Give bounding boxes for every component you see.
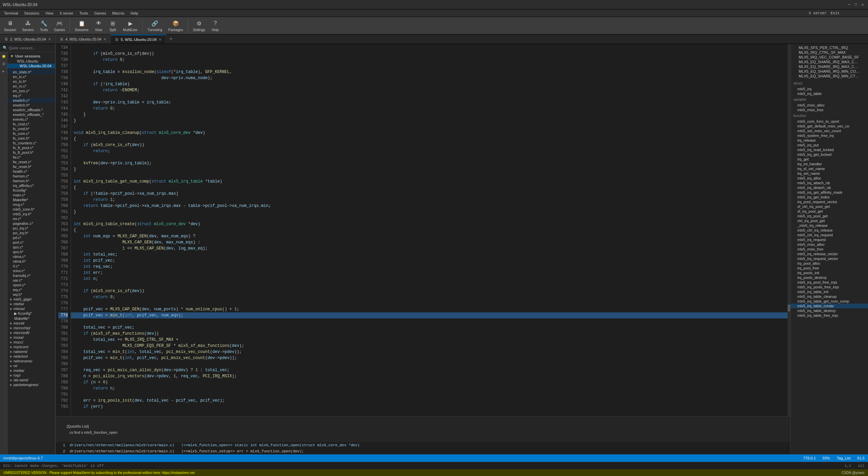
tag-fn-get-locked[interactable]: mlx5_irq_get_locked [791, 152, 868, 157]
menu-help[interactable]: Help [128, 10, 141, 16]
tab-4-close[interactable]: × [103, 37, 106, 42]
sidebar-item-qos-h[interactable]: qos.h* [7, 249, 55, 254]
tag-mlx5-sfs-per-ctrl[interactable]: MLX5_SFS_PER_CTRL_IRQ [793, 45, 865, 50]
tag-fn-irq-request[interactable]: mlx5_irq_request [791, 237, 868, 242]
sidebar-item-mlx5-core-h[interactable]: mlx5_core.h* [7, 207, 55, 212]
tag-fn-read-locked[interactable]: mlx5_irq_read_locked [791, 147, 868, 152]
sidebar-item-eq[interactable]: eq.c* [7, 93, 55, 98]
menu-tools[interactable]: Tools [77, 10, 91, 16]
menu-sessions[interactable]: Sessions [22, 10, 42, 16]
menu-games[interactable]: Games [92, 10, 109, 16]
quickfix-line-2[interactable]: 2 drivers/net/ethernet/mellanox/mlx5/cor… [56, 448, 790, 454]
tab-4-wsl[interactable]: 🖥 4. WSL-Ubuntu-20.04 × [55, 34, 111, 44]
star-icon[interactable]: ⭐ [1, 53, 7, 60]
sidebar-item-eswitch-h[interactable]: eswitch.h* [7, 103, 55, 108]
folder-nxp[interactable]: ▶ nxp/ [7, 373, 55, 378]
sidebar-item-port[interactable]: port.c* [7, 240, 55, 245]
folder-natsemi[interactable]: ▶ natsemi/ [7, 349, 55, 354]
toolbar-packages[interactable]: 📦 Packages [166, 19, 186, 32]
toolbar-sessions[interactable]: 📋 Sessions [72, 19, 91, 32]
sidebar-item-fs-core-h[interactable]: fs_core.h* [7, 136, 55, 141]
tag-mlx5-irq-vec-comp[interactable]: MLX5_IRQ_VEC_COMP_BASE_SF [793, 55, 865, 60]
minimize-button[interactable]: — [846, 2, 852, 7]
tag-fn-core-func-to-vport[interactable]: mlx5_core_func_to_vport [791, 119, 868, 124]
folder-mlxfw[interactable]: ▶ mlxfw/ [7, 302, 55, 306]
folder-moxa[interactable]: ▶ moxa/ [7, 335, 55, 340]
tag-mlx5-msix-alloc[interactable]: mlx5_msix_alloc [791, 103, 868, 108]
tag-fn-ctrl-irq-release[interactable]: mlx5_ctrl_irq_release [791, 228, 868, 233]
folder-oki-semi[interactable]: ▶ oki-semi/ [7, 378, 55, 382]
tag-fn-irq-pools-destroy[interactable]: irq_pools_destroy [791, 275, 868, 280]
add-tab-button[interactable]: + [166, 34, 176, 44]
maximize-button[interactable]: □ [853, 2, 859, 7]
tag-fn-irq-table-destroy[interactable]: mlx5_irq_table_destroy [791, 308, 868, 313]
tag-fn-ctrl-irq-request[interactable]: mlx5_ctrl_irq_request [791, 233, 868, 237]
tag-fn-mlx5-irq-alloc[interactable]: mlx5_irq_alloc [791, 176, 868, 181]
sidebar-item-vport[interactable]: vport.c* [7, 283, 55, 287]
sidebar-item-makefile2[interactable]: Makefile* [7, 316, 55, 321]
code-editor[interactable]: 734 735 736 737 738 739 740 741 742 743 … [56, 44, 790, 416]
tag-mlx5-irq[interactable]: mlx5_irq [791, 87, 868, 91]
tag-fn-get-affinity-mask[interactable]: mlx5_irq_get_affinity_mask [791, 190, 868, 195]
tag-fn-get-default-msix[interactable]: mlx5_get_default_msix_vec_co [791, 124, 868, 128]
tag-mlx5-eq-share-min-ctrl[interactable]: MLX5_EQ_SHARE_IRQ_MIN_CTRL [793, 74, 865, 78]
tag-fn-irq-request-vector[interactable]: mlx5_irq_request_vector [791, 256, 868, 261]
sidebar-item-mr[interactable]: mr.c* [7, 216, 55, 221]
exit-label[interactable]: Exit [831, 11, 840, 15]
sidebar-item-eswitch-offloads2[interactable]: eswitch_offloads_* [7, 112, 55, 117]
tag-fn-mlx5-irq-release[interactable]: _mlx5_irq_release [791, 223, 868, 228]
tag-fn-detach-nb[interactable]: mlx5_irq_detach_nb [791, 185, 868, 190]
sidebar-item-qos-c[interactable]: qos.c* [7, 245, 55, 249]
tab-5-wsl[interactable]: 🖥 5. WSL-Ubuntu-20.04 × [111, 34, 166, 44]
sidebar-item-mcg[interactable]: mcg.c* [7, 202, 55, 207]
sidebar-item-rdma-c[interactable]: rdma.c* [7, 254, 55, 259]
computer-icon[interactable]: 🖥 [1, 61, 7, 67]
tag-fn-irq-pools-init[interactable]: irq_pools_init [791, 270, 868, 275]
tag-fn-irq-table-free-irqs[interactable]: mlx5_irq_table_free_irqs [791, 313, 868, 318]
sidebar-item-fs-ft-pool-h[interactable]: fs_ft_pool.h* [7, 150, 55, 155]
close-button[interactable]: ✕ [860, 2, 865, 7]
sidebar-item-fw-reset-c[interactable]: fw_reset.c* [7, 160, 55, 164]
sidebar-item-fw-c[interactable]: fw.c* [7, 155, 55, 160]
folder-microchip[interactable]: ▶ microchip/ [7, 326, 55, 330]
tag-fn-system-free-irq[interactable]: mlx5_system_free_irq [791, 133, 868, 138]
toolbar-servers[interactable]: 🖧 Servers [20, 19, 37, 32]
tab-5-close[interactable]: × [159, 37, 162, 42]
tag-fn-irq-pool-free-irqs[interactable]: mlx5_irq_pool_free_irqs [791, 280, 868, 285]
tag-mlx5-eq-share-min-comp[interactable]: MLX5_EQ_SHARE_IRQ_MIN_COMP [793, 69, 865, 74]
tag-fn-attach-nb[interactable]: mlx5_irq_attach_nb [791, 181, 868, 185]
wsl-ubuntu2-item[interactable]: WSL-Ubuntu-20.04 [7, 64, 55, 68]
tag-fn-irq-table-cleanup[interactable]: mlx5_irq_table_cleanup [791, 294, 868, 299]
sidebar-item-fw-reset-h[interactable]: fw_reset.h* [7, 164, 55, 169]
code-content[interactable]: if (mlx5_core_is_sf(dev)) return 0; irq_… [71, 44, 788, 416]
folder-mlxsw[interactable]: ▶ mlxsw/ [7, 306, 55, 311]
toolbar-multiexec[interactable]: ▶ MultiExec [120, 19, 140, 32]
sidebar-item-fs-counters[interactable]: fs_counters.c* [7, 141, 55, 145]
sidebar-item-pagealloc[interactable]: pagealloc.c* [7, 221, 55, 226]
folder-myricom[interactable]: ▶ myricom/ [7, 344, 55, 349]
tag-fn-irq-get[interactable]: irq_get [791, 157, 868, 162]
folder-neterion[interactable]: ▶ neterion/ [7, 354, 55, 359]
sidebar-item-rl[interactable]: rl.c* [7, 264, 55, 268]
sidebar-item-irq-affinity[interactable]: irq_affinity.c* [7, 183, 55, 188]
sidebar-item-main-c[interactable]: main.c* [7, 193, 55, 197]
tag-fn-irq-pool-alloc[interactable]: irq_pool_alloc [791, 261, 868, 266]
sidebar-item-fs-cmd-h[interactable]: fs_cmd.h* [7, 126, 55, 131]
sidebar-item-health[interactable]: health.c* [7, 169, 55, 174]
tag-mlx5-irq-ctrl-sf-max[interactable]: MLX5_IRQ_CTRL_SF_MAX [793, 50, 865, 55]
tag-fn-irq-pools-free-irqs[interactable]: mlx5_irq_pools_free_irqs [791, 285, 868, 289]
tag-fn-mlx5-irq-put[interactable]: mlx5_irq_put [791, 143, 868, 147]
sidebar-item-eswitch-c[interactable]: eswitch.c* [7, 98, 55, 103]
sidebar-item-transobj[interactable]: transobj.c* [7, 273, 55, 278]
sidebar-item-uar[interactable]: uar.c* [7, 278, 55, 283]
sidebar-item-pci-irq-h[interactable]: pci_irq.h* [7, 231, 55, 235]
sidebar-item-on-tc-h[interactable]: on_tc.h* [7, 79, 55, 84]
sidebar-item-eswitch-offloads1[interactable]: eswitch_offloads.* [7, 108, 55, 112]
sidebar-item-events[interactable]: events.c* [7, 117, 55, 122]
tag-fn-mlx5-irq-pool-get[interactable]: mlx5_irq_pool_get [791, 214, 868, 218]
folder-packetengines[interactable]: ▶ packetengines/ [7, 382, 55, 387]
tag-fn-set-msix-vec-count[interactable]: mlx5_set_msix_vec_count [791, 128, 868, 133]
sidebar-item-pd[interactable]: pd.c* [7, 235, 55, 240]
sidebar-item-en-txrx[interactable]: en_txrx.c* [7, 89, 55, 93]
sidebar-item-kconfig2[interactable]: ▶ Kconfig* [7, 311, 55, 316]
